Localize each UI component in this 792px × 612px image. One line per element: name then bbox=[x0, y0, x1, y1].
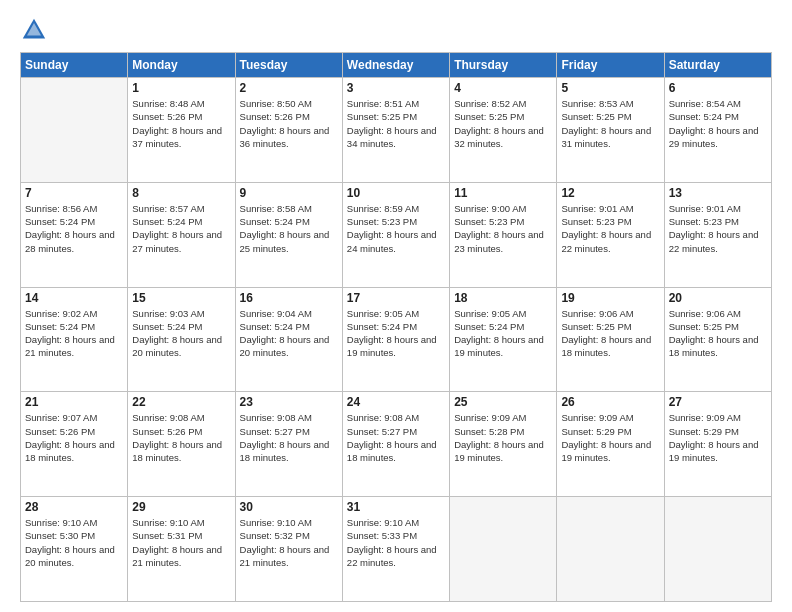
calendar-cell: 31 Sunrise: 9:10 AMSunset: 5:33 PMDaylig… bbox=[342, 497, 449, 602]
day-number: 31 bbox=[347, 500, 445, 514]
calendar-cell: 8 Sunrise: 8:57 AMSunset: 5:24 PMDayligh… bbox=[128, 182, 235, 287]
day-number: 5 bbox=[561, 81, 659, 95]
calendar-cell: 18 Sunrise: 9:05 AMSunset: 5:24 PMDaylig… bbox=[450, 287, 557, 392]
day-of-week-header: Monday bbox=[128, 53, 235, 78]
calendar-cell: 4 Sunrise: 8:52 AMSunset: 5:25 PMDayligh… bbox=[450, 78, 557, 183]
day-detail: Sunrise: 9:03 AMSunset: 5:24 PMDaylight:… bbox=[132, 307, 230, 360]
calendar-cell: 15 Sunrise: 9:03 AMSunset: 5:24 PMDaylig… bbox=[128, 287, 235, 392]
calendar-cell bbox=[21, 78, 128, 183]
day-detail: Sunrise: 9:10 AMSunset: 5:33 PMDaylight:… bbox=[347, 516, 445, 569]
calendar-cell: 30 Sunrise: 9:10 AMSunset: 5:32 PMDaylig… bbox=[235, 497, 342, 602]
calendar-cell: 1 Sunrise: 8:48 AMSunset: 5:26 PMDayligh… bbox=[128, 78, 235, 183]
day-of-week-header: Wednesday bbox=[342, 53, 449, 78]
day-detail: Sunrise: 8:56 AMSunset: 5:24 PMDaylight:… bbox=[25, 202, 123, 255]
calendar-week-row: 1 Sunrise: 8:48 AMSunset: 5:26 PMDayligh… bbox=[21, 78, 772, 183]
day-detail: Sunrise: 9:04 AMSunset: 5:24 PMDaylight:… bbox=[240, 307, 338, 360]
calendar-cell: 22 Sunrise: 9:08 AMSunset: 5:26 PMDaylig… bbox=[128, 392, 235, 497]
day-detail: Sunrise: 8:57 AMSunset: 5:24 PMDaylight:… bbox=[132, 202, 230, 255]
day-detail: Sunrise: 9:02 AMSunset: 5:24 PMDaylight:… bbox=[25, 307, 123, 360]
day-number: 23 bbox=[240, 395, 338, 409]
calendar-cell bbox=[450, 497, 557, 602]
day-number: 7 bbox=[25, 186, 123, 200]
days-of-week-row: SundayMondayTuesdayWednesdayThursdayFrid… bbox=[21, 53, 772, 78]
day-detail: Sunrise: 9:05 AMSunset: 5:24 PMDaylight:… bbox=[347, 307, 445, 360]
calendar-cell: 16 Sunrise: 9:04 AMSunset: 5:24 PMDaylig… bbox=[235, 287, 342, 392]
header bbox=[20, 16, 772, 44]
calendar-week-row: 28 Sunrise: 9:10 AMSunset: 5:30 PMDaylig… bbox=[21, 497, 772, 602]
day-detail: Sunrise: 9:10 AMSunset: 5:31 PMDaylight:… bbox=[132, 516, 230, 569]
calendar-header: SundayMondayTuesdayWednesdayThursdayFrid… bbox=[21, 53, 772, 78]
day-detail: Sunrise: 9:07 AMSunset: 5:26 PMDaylight:… bbox=[25, 411, 123, 464]
page: SundayMondayTuesdayWednesdayThursdayFrid… bbox=[0, 0, 792, 612]
day-detail: Sunrise: 8:48 AMSunset: 5:26 PMDaylight:… bbox=[132, 97, 230, 150]
day-number: 22 bbox=[132, 395, 230, 409]
calendar-cell: 9 Sunrise: 8:58 AMSunset: 5:24 PMDayligh… bbox=[235, 182, 342, 287]
day-number: 18 bbox=[454, 291, 552, 305]
day-detail: Sunrise: 9:09 AMSunset: 5:29 PMDaylight:… bbox=[561, 411, 659, 464]
calendar-cell: 10 Sunrise: 8:59 AMSunset: 5:23 PMDaylig… bbox=[342, 182, 449, 287]
calendar-cell: 17 Sunrise: 9:05 AMSunset: 5:24 PMDaylig… bbox=[342, 287, 449, 392]
calendar-cell: 14 Sunrise: 9:02 AMSunset: 5:24 PMDaylig… bbox=[21, 287, 128, 392]
day-number: 16 bbox=[240, 291, 338, 305]
day-detail: Sunrise: 9:06 AMSunset: 5:25 PMDaylight:… bbox=[669, 307, 767, 360]
calendar-cell: 29 Sunrise: 9:10 AMSunset: 5:31 PMDaylig… bbox=[128, 497, 235, 602]
day-number: 13 bbox=[669, 186, 767, 200]
day-number: 29 bbox=[132, 500, 230, 514]
calendar-cell: 25 Sunrise: 9:09 AMSunset: 5:28 PMDaylig… bbox=[450, 392, 557, 497]
day-number: 26 bbox=[561, 395, 659, 409]
day-number: 25 bbox=[454, 395, 552, 409]
calendar-cell: 13 Sunrise: 9:01 AMSunset: 5:23 PMDaylig… bbox=[664, 182, 771, 287]
day-detail: Sunrise: 9:05 AMSunset: 5:24 PMDaylight:… bbox=[454, 307, 552, 360]
calendar-cell: 28 Sunrise: 9:10 AMSunset: 5:30 PMDaylig… bbox=[21, 497, 128, 602]
calendar-body: 1 Sunrise: 8:48 AMSunset: 5:26 PMDayligh… bbox=[21, 78, 772, 602]
calendar-cell bbox=[664, 497, 771, 602]
day-detail: Sunrise: 8:51 AMSunset: 5:25 PMDaylight:… bbox=[347, 97, 445, 150]
day-number: 4 bbox=[454, 81, 552, 95]
calendar-week-row: 21 Sunrise: 9:07 AMSunset: 5:26 PMDaylig… bbox=[21, 392, 772, 497]
day-number: 24 bbox=[347, 395, 445, 409]
day-number: 2 bbox=[240, 81, 338, 95]
calendar-cell: 12 Sunrise: 9:01 AMSunset: 5:23 PMDaylig… bbox=[557, 182, 664, 287]
calendar-week-row: 7 Sunrise: 8:56 AMSunset: 5:24 PMDayligh… bbox=[21, 182, 772, 287]
day-detail: Sunrise: 9:06 AMSunset: 5:25 PMDaylight:… bbox=[561, 307, 659, 360]
day-detail: Sunrise: 9:09 AMSunset: 5:28 PMDaylight:… bbox=[454, 411, 552, 464]
calendar-cell: 20 Sunrise: 9:06 AMSunset: 5:25 PMDaylig… bbox=[664, 287, 771, 392]
day-number: 11 bbox=[454, 186, 552, 200]
day-number: 15 bbox=[132, 291, 230, 305]
day-number: 17 bbox=[347, 291, 445, 305]
day-number: 27 bbox=[669, 395, 767, 409]
day-of-week-header: Thursday bbox=[450, 53, 557, 78]
day-number: 8 bbox=[132, 186, 230, 200]
day-number: 3 bbox=[347, 81, 445, 95]
logo-icon bbox=[20, 16, 48, 44]
day-of-week-header: Sunday bbox=[21, 53, 128, 78]
day-detail: Sunrise: 9:08 AMSunset: 5:27 PMDaylight:… bbox=[347, 411, 445, 464]
day-detail: Sunrise: 9:09 AMSunset: 5:29 PMDaylight:… bbox=[669, 411, 767, 464]
day-number: 1 bbox=[132, 81, 230, 95]
day-of-week-header: Friday bbox=[557, 53, 664, 78]
day-number: 28 bbox=[25, 500, 123, 514]
day-detail: Sunrise: 8:58 AMSunset: 5:24 PMDaylight:… bbox=[240, 202, 338, 255]
day-detail: Sunrise: 9:10 AMSunset: 5:32 PMDaylight:… bbox=[240, 516, 338, 569]
calendar-cell: 3 Sunrise: 8:51 AMSunset: 5:25 PMDayligh… bbox=[342, 78, 449, 183]
day-number: 10 bbox=[347, 186, 445, 200]
calendar-cell: 27 Sunrise: 9:09 AMSunset: 5:29 PMDaylig… bbox=[664, 392, 771, 497]
day-number: 30 bbox=[240, 500, 338, 514]
day-detail: Sunrise: 9:08 AMSunset: 5:26 PMDaylight:… bbox=[132, 411, 230, 464]
calendar-cell: 5 Sunrise: 8:53 AMSunset: 5:25 PMDayligh… bbox=[557, 78, 664, 183]
day-number: 14 bbox=[25, 291, 123, 305]
logo bbox=[20, 16, 52, 44]
day-detail: Sunrise: 9:01 AMSunset: 5:23 PMDaylight:… bbox=[669, 202, 767, 255]
calendar-cell: 21 Sunrise: 9:07 AMSunset: 5:26 PMDaylig… bbox=[21, 392, 128, 497]
day-number: 12 bbox=[561, 186, 659, 200]
calendar-cell: 23 Sunrise: 9:08 AMSunset: 5:27 PMDaylig… bbox=[235, 392, 342, 497]
day-detail: Sunrise: 8:52 AMSunset: 5:25 PMDaylight:… bbox=[454, 97, 552, 150]
day-number: 19 bbox=[561, 291, 659, 305]
day-detail: Sunrise: 8:53 AMSunset: 5:25 PMDaylight:… bbox=[561, 97, 659, 150]
day-detail: Sunrise: 9:00 AMSunset: 5:23 PMDaylight:… bbox=[454, 202, 552, 255]
day-number: 20 bbox=[669, 291, 767, 305]
day-detail: Sunrise: 8:54 AMSunset: 5:24 PMDaylight:… bbox=[669, 97, 767, 150]
day-number: 6 bbox=[669, 81, 767, 95]
day-detail: Sunrise: 9:10 AMSunset: 5:30 PMDaylight:… bbox=[25, 516, 123, 569]
calendar-table: SundayMondayTuesdayWednesdayThursdayFrid… bbox=[20, 52, 772, 602]
